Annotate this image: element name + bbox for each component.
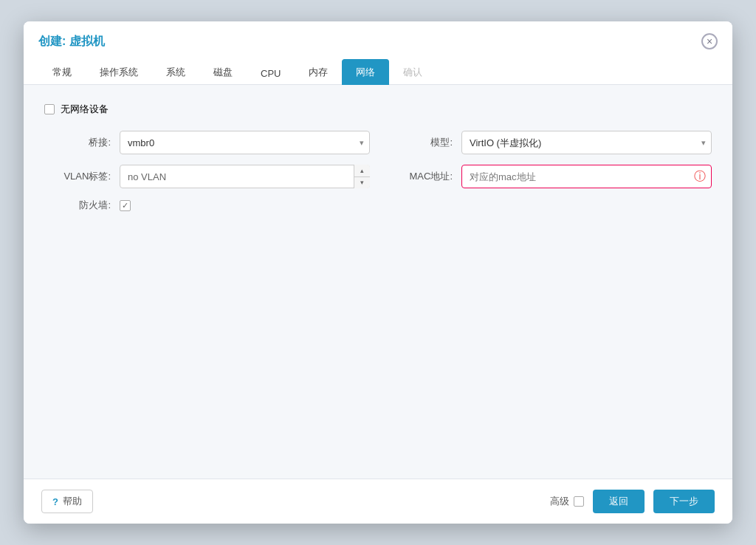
firewall-label: 防火墙: [44,199,111,212]
vlan-value: no VLAN [128,171,166,182]
bridge-wrapper: vmbr0 vmbr1 vmbr2 ▾ [120,131,370,154]
vlan-down-icon[interactable]: ▾ [354,177,370,189]
model-wrapper: VirtIO (半虚拟化) e1000 rtl8139 ▾ [461,131,712,154]
mac-input[interactable] [461,165,712,188]
tab-memory[interactable]: 内存 [295,59,342,85]
help-label: 帮助 [63,495,82,508]
no-network-label: 无网络设备 [61,103,109,116]
vlan-input[interactable]: no VLAN [120,165,370,188]
tab-system[interactable]: 系统 [152,59,199,85]
footer-right: 高级 返回 下一步 [550,490,715,513]
tab-bar: 常规 操作系统 系统 磁盘 CPU 内存 网络 确认 [38,58,718,84]
advanced-checkbox[interactable] [574,496,584,507]
vlan-spinner[interactable]: ▴ ▾ [354,165,370,188]
close-button[interactable]: × [701,33,718,49]
tab-disk[interactable]: 磁盘 [199,59,247,85]
create-vm-dialog: 创建: 虚拟机 × 常规 操作系统 系统 磁盘 CPU 内存 网络 确认 无网络… [24,21,732,524]
advanced-label: 高级 [550,495,569,508]
model-select[interactable]: VirtIO (半虚拟化) e1000 rtl8139 [461,131,712,154]
form-grid: 桥接: vmbr0 vmbr1 vmbr2 ▾ 模型: VirtIO (半虚拟化… [44,131,712,212]
no-network-checkbox[interactable] [44,104,55,114]
firewall-check-icon: ✓ [122,201,128,210]
vlan-label: VLAN标签: [44,170,111,183]
help-button[interactable]: ? 帮助 [41,490,93,513]
dialog-title: 创建: 虚拟机 [38,34,105,49]
dialog-footer: ? 帮助 高级 返回 下一步 [24,479,732,524]
title-bar: 创建: 虚拟机 × 常规 操作系统 系统 磁盘 CPU 内存 网络 确认 [24,21,732,85]
tab-os[interactable]: 操作系统 [86,59,152,85]
tab-confirm: 确认 [389,59,436,85]
next-button[interactable]: 下一步 [653,490,715,513]
dialog-body: 无网络设备 桥接: vmbr0 vmbr1 vmbr2 ▾ 模型: VirtIO… [24,85,732,479]
tab-cpu[interactable]: CPU [247,61,295,85]
back-button[interactable]: 返回 [593,490,645,513]
bridge-label: 桥接: [44,136,111,149]
advanced-row: 高级 [550,495,584,508]
help-question-icon: ? [52,496,58,507]
vlan-up-icon[interactable]: ▴ [354,165,370,177]
firewall-checkbox[interactable]: ✓ [120,200,131,211]
firewall-wrapper: ✓ [120,199,370,211]
tab-general[interactable]: 常规 [38,59,86,85]
vlan-wrapper: no VLAN ▴ ▾ [120,165,370,188]
no-network-row: 无网络设备 [44,103,712,116]
mac-wrapper: ⓘ [461,165,712,188]
tab-network[interactable]: 网络 [342,59,389,85]
bridge-select[interactable]: vmbr0 vmbr1 vmbr2 [120,131,370,154]
mac-label: MAC地址: [379,170,453,183]
model-label: 模型: [379,136,453,149]
